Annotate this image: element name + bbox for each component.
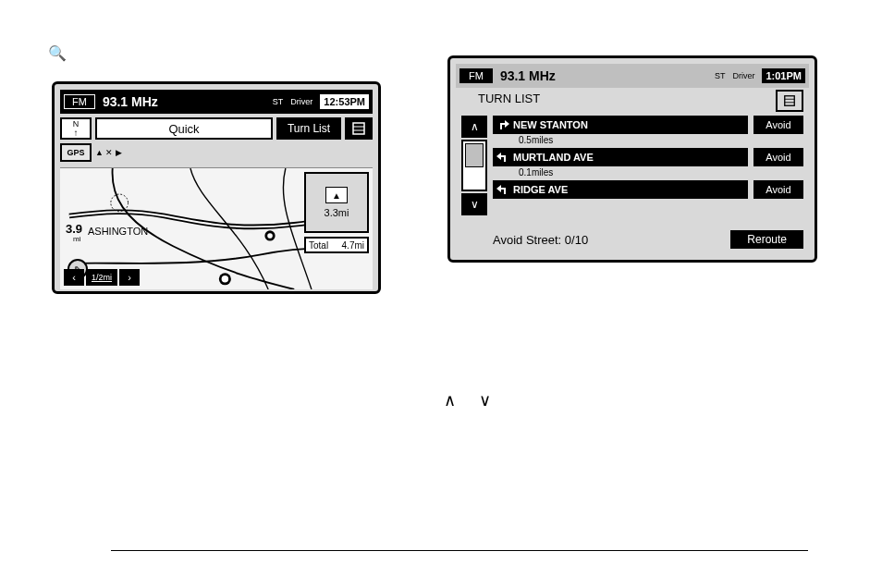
radio-frequency: 93.1 MHz	[500, 68, 556, 83]
scroll-up-button[interactable]: ∧	[461, 116, 487, 138]
avoid-button[interactable]: Avoid	[753, 116, 803, 134]
radio-band-indicator[interactable]: FM	[64, 94, 95, 109]
highway-icon: ▲	[325, 187, 348, 203]
scroll-down-button[interactable]: ∨	[461, 193, 487, 215]
next-turn-distance: 3.3mi	[325, 207, 349, 218]
radio-frequency: 93.1 MHz	[103, 94, 158, 109]
avoid-street-label: Avoid Street:	[493, 233, 561, 247]
distance-ahead: 3.9	[66, 222, 82, 236]
config-icon	[351, 121, 366, 136]
scrollbar-track[interactable]	[461, 140, 487, 191]
total-distance-box: Total 4.7mi	[304, 237, 369, 253]
zoom-out-button[interactable]: ‹	[64, 269, 84, 286]
turn-list-screen: FM 93.1 MHz ST Driver 1:01PM TURN LIST ∧…	[447, 55, 817, 263]
config-button[interactable]	[345, 117, 373, 140]
stereo-indicator: ST	[715, 71, 726, 80]
svg-point-4	[267, 233, 273, 239]
turn-street-bar[interactable]: RIDGE AVE	[493, 180, 748, 199]
turn-arrow-icon	[496, 118, 509, 131]
scrollbar-thumb[interactable]	[465, 143, 484, 167]
status-bar: FM 93.1 MHz ST Driver 1:01PM	[456, 64, 809, 88]
map-city-label: ASHINGTON	[88, 226, 148, 237]
reroute-button[interactable]: Reroute	[730, 230, 803, 249]
zoom-in-button[interactable]: ›	[119, 269, 140, 286]
stereo-indicator: ST	[273, 97, 284, 106]
avoid-street-readout: Avoid Street: 0/10	[493, 233, 588, 247]
page-chevrons-glyph: ∧ ∨	[444, 390, 500, 410]
turn-arrow-icon	[496, 151, 509, 164]
quick-button[interactable]: Quick	[95, 117, 273, 140]
map-guidance-screen: FM 93.1 MHz ST Driver 12:53PM N ↑ Quick …	[52, 81, 381, 294]
next-turn-panel[interactable]: ▲ 3.3mi	[304, 172, 369, 233]
turn-row: NEW STANTONAvoid	[493, 116, 803, 134]
map-icons-strip: ▲ ✕ ▶	[95, 143, 141, 162]
driver-label: Driver	[732, 71, 754, 80]
turn-row: MURTLAND AVEAvoid	[493, 148, 803, 166]
total-label: Total	[309, 240, 328, 251]
magnify-icon: 🔍	[48, 44, 67, 62]
avoid-button[interactable]: Avoid	[753, 180, 803, 199]
compass-arrow-icon: ↑	[74, 129, 79, 138]
config-icon	[783, 94, 796, 107]
turn-distance: 0.5miles	[493, 135, 803, 148]
turn-street-name: RIDGE AVE	[513, 184, 568, 195]
distance-ahead-unit: mi	[73, 235, 80, 243]
turn-street-bar[interactable]: MURTLAND AVE	[493, 148, 748, 166]
turn-street-name: MURTLAND AVE	[513, 152, 594, 163]
turn-row: RIDGE AVEAvoid	[493, 180, 803, 199]
turn-street-name: NEW STANTON	[513, 119, 588, 130]
config-button[interactable]	[776, 90, 803, 112]
gps-indicator[interactable]: GPS	[60, 143, 92, 162]
turn-arrow-icon	[496, 183, 509, 196]
status-bar: FM 93.1 MHz ST Driver 12:53PM	[60, 90, 373, 114]
map-area[interactable]: 3.9 mi ASHINGTON ✎ ▲ 3.3mi Total 4.7mi ‹…	[60, 167, 373, 289]
radio-band-indicator[interactable]: FM	[459, 68, 493, 83]
driver-label: Driver	[290, 97, 312, 106]
svg-rect-0	[353, 123, 364, 134]
turn-list-button[interactable]: Turn List	[276, 117, 341, 140]
screen-title: TURN LIST	[456, 88, 809, 108]
turn-street-bar[interactable]: NEW STANTON	[493, 116, 748, 134]
clock: 12:53PM	[320, 94, 369, 109]
turn-distance: 0.1miles	[493, 167, 803, 180]
svg-rect-8	[785, 96, 795, 106]
page-divider	[111, 550, 808, 551]
clock: 1:01PM	[762, 68, 805, 83]
avoid-street-value: 0/10	[565, 233, 588, 247]
zoom-scale[interactable]: 1/2mi	[86, 269, 117, 286]
total-distance: 4.7mi	[342, 240, 364, 251]
avoid-button[interactable]: Avoid	[753, 148, 803, 166]
svg-point-6	[222, 276, 228, 282]
compass-button[interactable]: N ↑	[60, 117, 92, 140]
